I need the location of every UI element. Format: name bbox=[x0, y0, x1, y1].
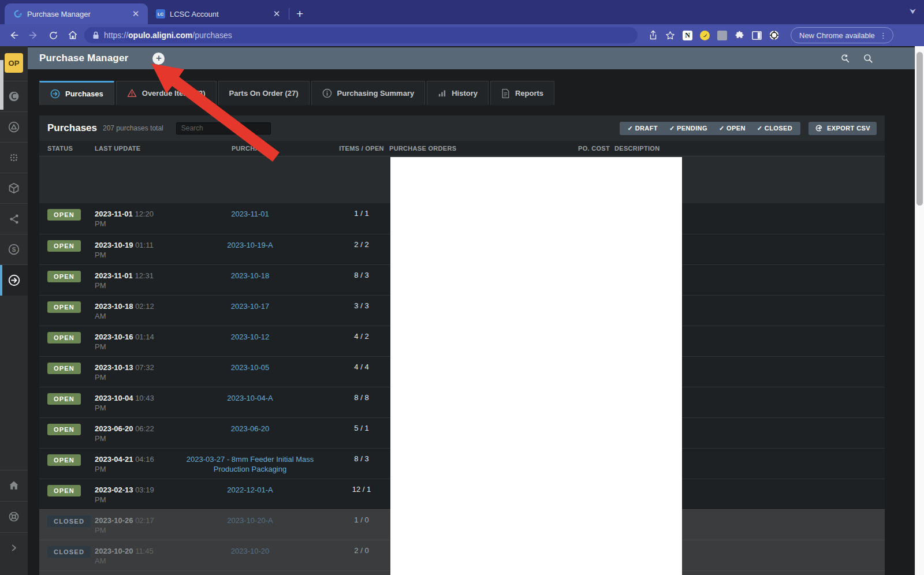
arrow-right-circle-icon bbox=[8, 274, 20, 286]
home-icon[interactable] bbox=[65, 27, 81, 43]
filter-closed[interactable]: CLOSED bbox=[751, 125, 798, 132]
filter-pending[interactable]: PENDING bbox=[664, 125, 713, 132]
pill-menu-icon[interactable]: ⋮ bbox=[880, 31, 887, 40]
yellow-extension-icon[interactable] bbox=[700, 31, 710, 40]
items-open-cell: 8 / 3 bbox=[334, 271, 389, 295]
last-update-cell: 2023-04-21 04:16 PM bbox=[95, 454, 166, 479]
sidebar-expand-chevron-icon[interactable] bbox=[0, 532, 28, 563]
tab-search-chevron-icon[interactable]: ⮟ bbox=[910, 7, 916, 16]
recent-activity-icon[interactable] bbox=[840, 53, 850, 64]
purchase-link[interactable]: 2023-10-20-A bbox=[227, 516, 273, 525]
status-badge: OPEN bbox=[47, 271, 81, 282]
col-purchase-orders[interactable]: PURCHASE ORDERS bbox=[389, 145, 557, 152]
purchase-link[interactable]: 2023-10-17 bbox=[231, 302, 270, 311]
sidebar-item-share[interactable] bbox=[0, 203, 28, 234]
sidebar-item-dashboard[interactable] bbox=[0, 81, 28, 111]
col-purchase[interactable]: PURCHASE bbox=[166, 145, 334, 152]
bar-chart-icon bbox=[438, 89, 446, 98]
sidebar-item-parts[interactable] bbox=[0, 142, 28, 173]
address-bar[interactable]: https://opulo.aligni.com/purchases bbox=[84, 27, 638, 43]
items-open-cell: 8 / 3 bbox=[334, 454, 389, 479]
notion-extension-icon[interactable]: N bbox=[683, 31, 692, 40]
tab-reports[interactable]: Reports bbox=[490, 81, 554, 105]
sidebar-item-help[interactable] bbox=[0, 501, 28, 532]
panel-header: Purchases 207 purchases total DRAFTPENDI… bbox=[39, 115, 885, 141]
app-header: Purchase Manager + bbox=[28, 47, 915, 69]
purchase-link[interactable]: 2022-12-01-A bbox=[227, 486, 273, 494]
status-cell: OPEN bbox=[47, 301, 95, 326]
search-icon[interactable] bbox=[863, 53, 873, 64]
cube-icon bbox=[8, 182, 20, 194]
status-badge: OPEN bbox=[47, 301, 81, 313]
status-cell: OPEN bbox=[47, 332, 95, 356]
delta-circle-icon bbox=[8, 121, 20, 133]
purchase-link[interactable]: 2023-10-20 bbox=[231, 547, 270, 555]
filter-draft[interactable]: DRAFT bbox=[622, 125, 664, 132]
document-icon bbox=[501, 89, 510, 98]
bookmark-star-icon[interactable] bbox=[665, 31, 675, 40]
purchase-link[interactable]: 2023-10-18 bbox=[231, 271, 270, 280]
last-update-cell: 2023-10-20 11:45 AM bbox=[95, 546, 166, 570]
purchase-link[interactable]: 2023-11-01 bbox=[231, 210, 269, 218]
items-open-cell: 1 / 0 bbox=[334, 516, 389, 540]
extensions-puzzle-icon[interactable] bbox=[735, 31, 744, 40]
purchase-link[interactable]: 2023-06-20 bbox=[231, 424, 270, 433]
status-badge: OPEN bbox=[47, 363, 81, 374]
status-cell: OPEN bbox=[47, 271, 95, 295]
reload-icon[interactable] bbox=[45, 27, 61, 43]
app-sidebar: OP S bbox=[0, 46, 28, 575]
sidebar-item-home[interactable] bbox=[0, 470, 28, 501]
purchase-link[interactable]: 2023-10-04-A bbox=[227, 394, 273, 402]
col-last-update[interactable]: LAST UPDATE bbox=[95, 145, 166, 152]
tab-close-icon[interactable]: ✕ bbox=[131, 9, 141, 19]
forward-icon[interactable] bbox=[25, 27, 42, 43]
aligni-favicon bbox=[13, 9, 23, 19]
tab-close-icon[interactable]: ✕ bbox=[271, 9, 282, 19]
sidebar-item-purchases[interactable] bbox=[0, 264, 28, 296]
purchase-link[interactable]: 2023-10-12 bbox=[231, 333, 270, 341]
page-title: Purchase Manager bbox=[39, 53, 128, 64]
col-status[interactable]: STATUS bbox=[47, 145, 95, 152]
new-purchase-button[interactable]: + bbox=[152, 53, 165, 65]
tab-divider bbox=[289, 8, 289, 20]
purchase-link[interactable]: 2023-10-19-A bbox=[227, 241, 273, 249]
side-panel-icon[interactable] bbox=[752, 31, 762, 40]
share-icon[interactable] bbox=[648, 31, 658, 40]
crosshair-extension-icon[interactable] bbox=[769, 31, 779, 40]
panel-title: Purchases bbox=[47, 122, 97, 134]
browser-toolbar: https://opulo.aligni.com/purchases N New… bbox=[0, 24, 924, 46]
chrome-update-button[interactable]: New Chrome available ⋮ bbox=[791, 27, 893, 43]
last-update-cell: 2023-10-13 07:32 PM bbox=[95, 363, 166, 387]
filter-open[interactable]: OPEN bbox=[713, 125, 751, 132]
col-items-open[interactable]: ITEMS / OPEN bbox=[334, 145, 389, 152]
gray-extension-icon[interactable] bbox=[717, 31, 727, 40]
browser-tab-lcsc[interactable]: LC LCSC Account ✕ bbox=[148, 3, 289, 24]
col-description[interactable]: DESCRIPTION bbox=[614, 145, 885, 152]
info-circle-icon bbox=[322, 88, 332, 98]
tab-overdue-items[interactable]: Overdue Items (3) bbox=[116, 81, 217, 105]
col-po-cost[interactable]: PO. COST bbox=[557, 145, 614, 152]
tab-purchases[interactable]: Purchases bbox=[39, 81, 114, 105]
status-cell: CLOSED bbox=[47, 516, 95, 540]
tab-history[interactable]: History bbox=[427, 81, 489, 105]
last-update-cell: 2023-11-01 12:31 PM bbox=[95, 271, 166, 295]
sidebar-logo[interactable]: OP bbox=[5, 53, 23, 73]
tab-purchasing-summary[interactable]: Purchasing Summary bbox=[311, 81, 426, 105]
new-tab-button[interactable]: + bbox=[296, 8, 303, 20]
items-open-cell: 1 / 1 bbox=[334, 209, 389, 234]
background-window-edge bbox=[0, 60, 3, 110]
search-input[interactable] bbox=[176, 122, 271, 135]
background-scrollbar-thumb[interactable] bbox=[916, 52, 923, 206]
purchase-link[interactable]: 2023-10-05 bbox=[231, 363, 270, 372]
tab-parts-on-order[interactable]: Parts On Order (27) bbox=[218, 81, 310, 105]
status-cell: OPEN bbox=[47, 393, 95, 417]
purchase-link[interactable]: 2023-03-27 - 8mm Feeder Initial Mass Pro… bbox=[187, 455, 314, 473]
items-open-cell: 4 / 2 bbox=[334, 332, 389, 356]
export-csv-button[interactable]: EXPORT CSV bbox=[808, 122, 877, 135]
sidebar-item-inventory[interactable] bbox=[0, 173, 28, 203]
background-scrollbar-track[interactable] bbox=[915, 46, 924, 575]
sidebar-item-pricing[interactable]: S bbox=[0, 234, 28, 264]
browser-tab-purchase-manager[interactable]: Purchase Manager ✕ bbox=[5, 3, 148, 24]
sidebar-item-designs[interactable] bbox=[0, 111, 28, 142]
back-icon[interactable] bbox=[6, 27, 22, 43]
